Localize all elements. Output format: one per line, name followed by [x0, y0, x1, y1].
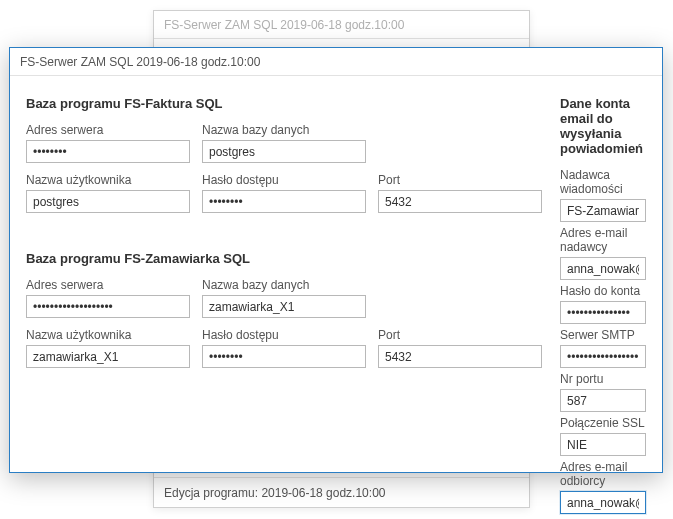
input-smtp[interactable] — [560, 345, 646, 368]
input-sender-name[interactable] — [560, 199, 646, 222]
label-faktura-user: Nazwa użytkownika — [26, 173, 190, 187]
input-faktura-server[interactable] — [26, 140, 190, 163]
label-faktura-db: Nazwa bazy danych — [202, 123, 366, 137]
section-title-zamawiarka: Baza programu FS-Zamawiarka SQL — [26, 251, 542, 266]
input-email-port[interactable] — [560, 389, 646, 412]
label-email-pass: Hasło do konta — [560, 284, 646, 298]
input-zam-user[interactable] — [26, 345, 190, 368]
label-zam-pass: Hasło dostępu — [202, 328, 366, 342]
input-faktura-user[interactable] — [26, 190, 190, 213]
label-zam-db: Nazwa bazy danych — [202, 278, 366, 292]
section-title-faktura: Baza programu FS-Faktura SQL — [26, 96, 542, 111]
label-faktura-pass: Hasło dostępu — [202, 173, 366, 187]
right-column: Dane konta email do wysyłania powiadomie… — [560, 96, 646, 518]
dialog-window: FS-Serwer ZAM SQL 2019-06-18 godz.10:00 … — [9, 47, 663, 473]
label-zam-server: Adres serwera — [26, 278, 190, 292]
left-column: Baza programu FS-Faktura SQL Adres serwe… — [26, 96, 542, 518]
input-ssl[interactable] — [560, 433, 646, 456]
input-zam-server[interactable] — [26, 295, 190, 318]
label-sender-email: Adres e-mail nadawcy — [560, 226, 646, 254]
input-faktura-pass[interactable] — [202, 190, 366, 213]
label-ssl: Połączenie SSL — [560, 416, 646, 430]
label-faktura-server: Adres serwera — [26, 123, 190, 137]
section-title-email: Dane konta email do wysyłania powiadomie… — [560, 96, 646, 156]
input-sender-email[interactable] — [560, 257, 646, 280]
input-email-pass[interactable] — [560, 301, 646, 324]
input-faktura-port[interactable] — [378, 190, 542, 213]
input-zam-pass[interactable] — [202, 345, 366, 368]
input-recipient[interactable] — [560, 491, 646, 514]
input-zam-port[interactable] — [378, 345, 542, 368]
dialog-title: FS-Serwer ZAM SQL 2019-06-18 godz.10:00 — [10, 48, 662, 76]
label-email-port: Nr portu — [560, 372, 646, 386]
background-window-title: FS-Serwer ZAM SQL 2019-06-18 godz.10:00 — [154, 11, 529, 39]
label-faktura-port: Port — [378, 173, 542, 187]
input-zam-db[interactable] — [202, 295, 366, 318]
label-smtp: Serwer SMTP — [560, 328, 646, 342]
label-zam-port: Port — [378, 328, 542, 342]
input-faktura-db[interactable] — [202, 140, 366, 163]
label-recipient: Adres e-mail odbiorcy — [560, 460, 646, 488]
dialog-content: Baza programu FS-Faktura SQL Adres serwe… — [10, 76, 662, 519]
label-zam-user: Nazwa użytkownika — [26, 328, 190, 342]
label-sender-name: Nadawca wiadomości — [560, 168, 646, 196]
